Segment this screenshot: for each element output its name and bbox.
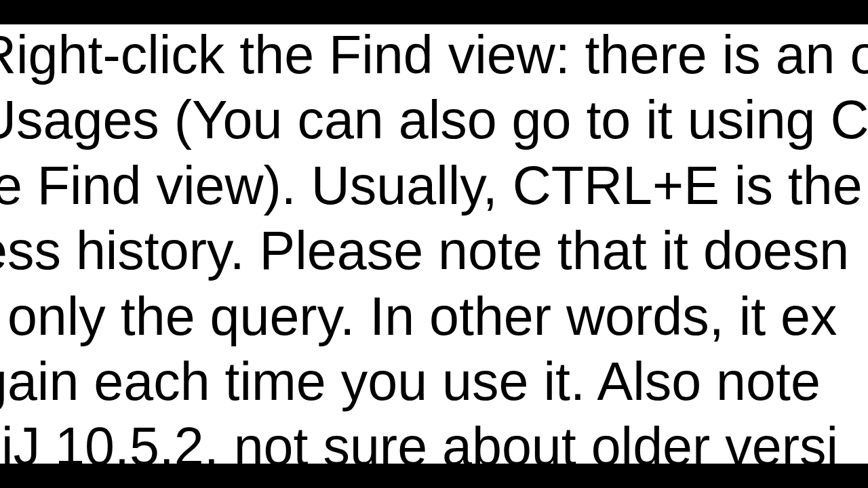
document-page: Right-click the Find view: there is an o… xyxy=(0,24,868,464)
document-text: Right-click the Find view: there is an o… xyxy=(0,22,868,480)
